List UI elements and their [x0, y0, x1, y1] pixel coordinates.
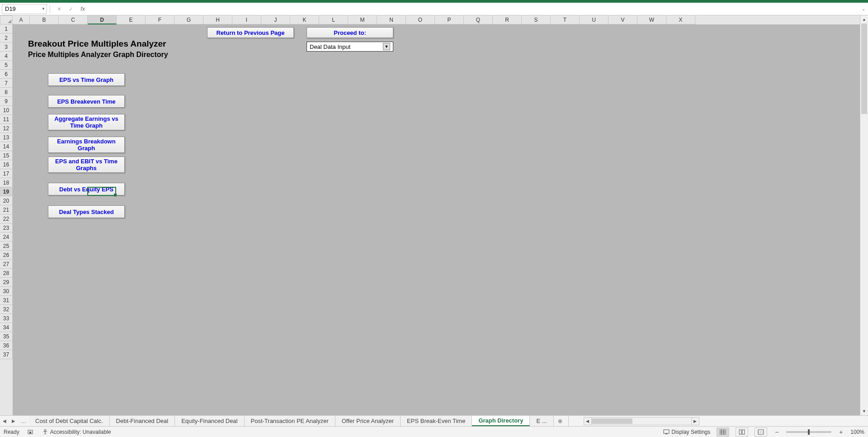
proceed-dropdown[interactable]: Deal Data Input ▼	[307, 42, 393, 52]
sheet-tab[interactable]: EPS Break-Even Time	[401, 416, 472, 426]
tab-more-icon[interactable]: …	[18, 416, 29, 426]
zoom-slider-thumb[interactable]	[808, 429, 810, 435]
row-header[interactable]: 36	[0, 341, 13, 350]
sheet-tab[interactable]: E ...	[530, 416, 553, 426]
formula-input[interactable]	[89, 4, 861, 14]
row-header[interactable]: 6	[0, 70, 13, 79]
row-header[interactable]: 2	[0, 33, 13, 43]
scroll-right-icon[interactable]: ▶	[691, 417, 699, 425]
sheet-tab[interactable]: Debt-Financed Deal	[110, 416, 175, 426]
row-header[interactable]: 18	[0, 178, 13, 187]
row-header[interactable]: 15	[0, 151, 13, 160]
h-scroll-track[interactable]	[592, 417, 691, 425]
name-box-dropdown-icon[interactable]: ▼	[40, 7, 47, 11]
debt-vs-equity-button[interactable]: Debt vs Equity EPS	[48, 183, 125, 195]
name-box[interactable]: D19 ▼	[2, 4, 47, 14]
vertical-scrollbar[interactable]: ▲ ▼	[860, 15, 868, 415]
column-header[interactable]: D	[88, 15, 117, 24]
eps-vs-time-button[interactable]: EPS vs Time Graph	[48, 73, 125, 86]
macro-record-icon[interactable]	[28, 429, 34, 435]
sheet-body[interactable]: Breakout Price Multiples Analyzer Price …	[13, 24, 860, 415]
row-header[interactable]: 5	[0, 61, 13, 70]
zoom-in-icon[interactable]: +	[838, 428, 844, 436]
row-header[interactable]: 12	[0, 124, 13, 133]
row-header[interactable]: 26	[0, 251, 13, 260]
column-header[interactable]: B	[30, 15, 59, 24]
zoom-out-icon[interactable]: −	[774, 428, 780, 436]
page-break-view-icon[interactable]	[755, 428, 767, 437]
column-header[interactable]: H	[203, 15, 232, 24]
h-scroll-thumb[interactable]	[592, 418, 632, 424]
row-header[interactable]: 34	[0, 323, 13, 332]
column-header[interactable]: Q	[464, 15, 493, 24]
column-header[interactable]: K	[290, 15, 319, 24]
sheet-tab[interactable]: Graph Directory	[472, 416, 530, 426]
row-header[interactable]: 19	[0, 187, 13, 196]
return-button[interactable]: Return to Previous Page	[207, 27, 294, 38]
row-header[interactable]: 21	[0, 205, 13, 214]
row-header[interactable]: 32	[0, 305, 13, 314]
column-header[interactable]: P	[435, 15, 464, 24]
column-header[interactable]: N	[377, 15, 406, 24]
row-header[interactable]: 14	[0, 142, 13, 151]
row-header[interactable]: 7	[0, 79, 13, 88]
column-header[interactable]: F	[146, 15, 175, 24]
scroll-thumb[interactable]	[861, 24, 867, 114]
row-header[interactable]: 28	[0, 269, 13, 278]
row-header[interactable]: 3	[0, 43, 13, 52]
new-sheet-icon[interactable]: ⊕	[554, 416, 566, 426]
row-header[interactable]: 11	[0, 115, 13, 124]
row-header[interactable]: 27	[0, 260, 13, 269]
column-header[interactable]: X	[666, 15, 695, 24]
scroll-up-icon[interactable]: ▲	[860, 15, 868, 24]
row-header[interactable]: 29	[0, 278, 13, 287]
select-all-button[interactable]	[0, 15, 13, 24]
row-header[interactable]: 9	[0, 97, 13, 106]
cancel-icon[interactable]: ✕	[56, 6, 63, 12]
column-header[interactable]: J	[261, 15, 290, 24]
row-header[interactable]: 8	[0, 88, 13, 97]
row-header[interactable]: 4	[0, 52, 13, 61]
column-header[interactable]: W	[637, 15, 666, 24]
enter-icon[interactable]: ✓	[67, 6, 75, 12]
row-header[interactable]: 1	[0, 24, 13, 33]
column-header[interactable]: V	[609, 15, 637, 24]
sheet-tab[interactable]: Offer Price Analyzer	[335, 416, 401, 426]
deal-types-stacked-button[interactable]: Deal Types Stacked	[48, 205, 125, 218]
tab-next-icon[interactable]: ▶	[9, 416, 18, 426]
chevron-down-icon[interactable]: ▼	[383, 43, 390, 50]
sheet-tab[interactable]: Cost of Debt Capital Calc.	[29, 416, 110, 426]
column-header[interactable]: T	[551, 15, 580, 24]
row-header[interactable]: 22	[0, 214, 13, 223]
column-header[interactable]: L	[319, 15, 348, 24]
sheet-tab[interactable]: Equity-Financed Deal	[175, 416, 244, 426]
normal-view-icon[interactable]	[717, 428, 729, 437]
column-header[interactable]: S	[522, 15, 551, 24]
row-header[interactable]: 31	[0, 296, 13, 305]
proceed-button[interactable]: Proceed to:	[307, 27, 393, 38]
row-header[interactable]: 20	[0, 196, 13, 205]
row-header[interactable]: 13	[0, 133, 13, 142]
sheet-tab[interactable]: Post-Transaction PE Analyzer	[245, 416, 335, 426]
column-header[interactable]: E	[117, 15, 146, 24]
row-header[interactable]: 35	[0, 332, 13, 341]
zoom-level[interactable]: 100%	[850, 429, 864, 435]
row-header[interactable]: 24	[0, 233, 13, 242]
scroll-track[interactable]	[860, 24, 868, 407]
column-header[interactable]: U	[580, 15, 609, 24]
tab-prev-icon[interactable]: ◀	[0, 416, 9, 426]
tab-splitter[interactable]	[568, 416, 575, 426]
row-header[interactable]: 17	[0, 169, 13, 178]
column-header[interactable]: A	[13, 15, 30, 24]
fx-icon[interactable]: fx	[79, 6, 86, 12]
aggregate-earnings-button[interactable]: Aggregate Earnings vs Time Graph	[48, 114, 125, 130]
row-header[interactable]: 30	[0, 287, 13, 296]
page-layout-view-icon[interactable]	[736, 428, 748, 437]
earnings-breakdown-button[interactable]: Earnings Breakdown Graph	[48, 137, 125, 153]
eps-ebit-vs-time-button[interactable]: EPS and EBIT vs Time Graphs	[48, 157, 125, 173]
row-header[interactable]: 23	[0, 223, 13, 233]
column-header[interactable]: I	[232, 15, 261, 24]
accessibility-status[interactable]: Accessibility: Unavailable	[42, 429, 111, 435]
horizontal-scrollbar[interactable]: ◀ ▶	[584, 416, 868, 426]
row-header[interactable]: 10	[0, 106, 13, 115]
